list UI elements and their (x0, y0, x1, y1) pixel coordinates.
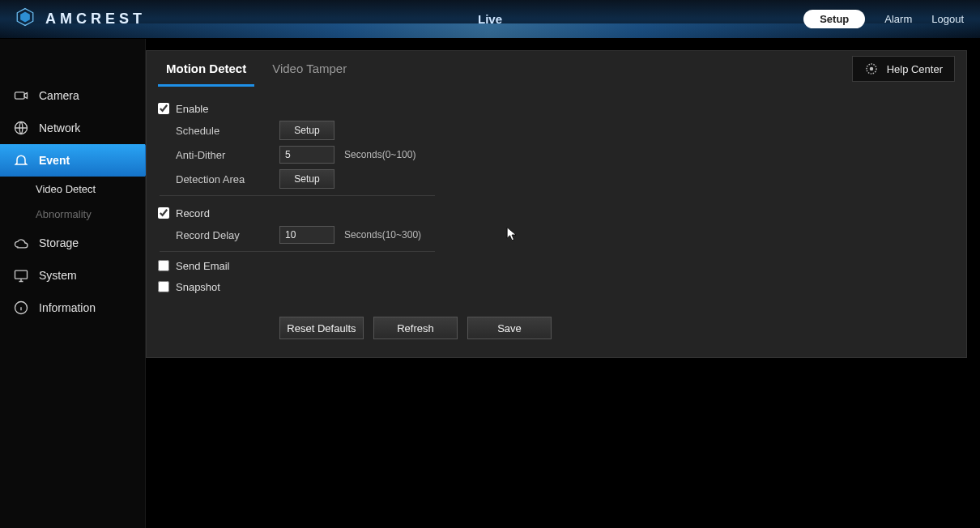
reset-defaults-button[interactable]: Reset Defaults (279, 317, 364, 339)
settings-panel: Motion Detect Video Tamper Help Center E… (146, 50, 967, 358)
svg-rect-4 (15, 270, 28, 279)
brand-logo: AMCREST (15, 6, 146, 32)
sidebar: Camera Network Event Video Detect Abnorm… (0, 39, 146, 528)
sidebar-label: System (39, 269, 77, 282)
record-row: Record (158, 202, 952, 224)
main-content: Motion Detect Video Tamper Help Center E… (146, 39, 980, 528)
sidebar-label: Camera (39, 89, 79, 102)
camera-icon (13, 87, 29, 104)
nav-logout[interactable]: Logout (931, 13, 964, 25)
anti-dither-input[interactable] (279, 146, 334, 164)
help-center-label: Help Center (887, 63, 943, 75)
record-delay-label: Record Delay (176, 229, 279, 241)
svg-marker-1 (20, 12, 30, 23)
tab-video-tamper[interactable]: Video Tamper (264, 51, 355, 87)
svg-rect-2 (15, 92, 25, 99)
schedule-setup-button[interactable]: Setup (279, 121, 334, 140)
sidebar-item-camera[interactable]: Camera (0, 79, 145, 112)
save-button[interactable]: Save (467, 317, 552, 339)
enable-checkbox[interactable] (158, 103, 169, 114)
sidebar-sub-abnormality[interactable]: Abnormality (0, 202, 145, 227)
send-email-row: Send Email (158, 255, 952, 276)
anti-dither-hint: Seconds(0~100) (344, 149, 415, 160)
sidebar-item-information[interactable]: Information (0, 292, 145, 324)
sidebar-label: Network (39, 121, 80, 134)
record-section: Record Delay Seconds(10~300) (160, 224, 435, 252)
tab-row: Motion Detect Video Tamper Help Center (147, 51, 966, 87)
refresh-button[interactable]: Refresh (373, 317, 458, 339)
sidebar-label: Event (39, 154, 70, 167)
sidebar-sub-video-detect[interactable]: Video Detect (0, 177, 145, 202)
snapshot-row: Snapshot (158, 276, 952, 297)
enable-label: Enable (176, 103, 208, 115)
sidebar-label: Information (39, 301, 96, 314)
help-icon (864, 62, 879, 76)
brand-text: AMCREST (45, 11, 146, 28)
help-center-button[interactable]: Help Center (852, 56, 955, 82)
form-area: Enable Schedule Setup Anti-Dither Second… (147, 87, 966, 339)
anti-dither-label: Anti-Dither (176, 149, 279, 161)
svg-point-7 (869, 67, 873, 71)
enable-section: Schedule Setup Anti-Dither Seconds(0~100… (160, 119, 435, 196)
sidebar-item-event[interactable]: Event (0, 144, 145, 177)
top-nav: Setup Alarm Logout (803, 10, 964, 28)
action-row: Reset Defaults Refresh Save (279, 317, 952, 339)
snapshot-checkbox[interactable] (158, 281, 169, 292)
sidebar-item-system[interactable]: System (0, 259, 145, 292)
cloud-icon (13, 235, 29, 251)
bell-icon (13, 152, 29, 168)
send-email-label: Send Email (176, 260, 229, 272)
info-icon (13, 300, 29, 316)
record-label: Record (176, 207, 210, 219)
tab-motion-detect[interactable]: Motion Detect (158, 51, 254, 87)
globe-icon (13, 120, 29, 136)
enable-row: Enable (158, 98, 952, 119)
header-center-title[interactable]: Live (478, 12, 502, 26)
sidebar-label: Storage (39, 236, 79, 249)
detection-area-label: Detection Area (176, 173, 279, 185)
sidebar-item-storage[interactable]: Storage (0, 227, 145, 259)
detection-area-setup-button[interactable]: Setup (279, 169, 334, 189)
snapshot-label: Snapshot (176, 281, 220, 293)
record-checkbox[interactable] (158, 207, 169, 219)
monitor-icon (13, 267, 29, 283)
send-email-checkbox[interactable] (158, 260, 169, 271)
logo-icon (15, 6, 36, 32)
record-delay-hint: Seconds(10~300) (344, 229, 421, 241)
sidebar-item-network[interactable]: Network (0, 112, 145, 144)
record-delay-input[interactable] (279, 226, 334, 244)
nav-alarm[interactable]: Alarm (884, 13, 912, 25)
app-header: AMCREST Live Setup Alarm Logout (0, 0, 980, 39)
schedule-label: Schedule (176, 125, 279, 137)
nav-setup[interactable]: Setup (803, 10, 865, 28)
